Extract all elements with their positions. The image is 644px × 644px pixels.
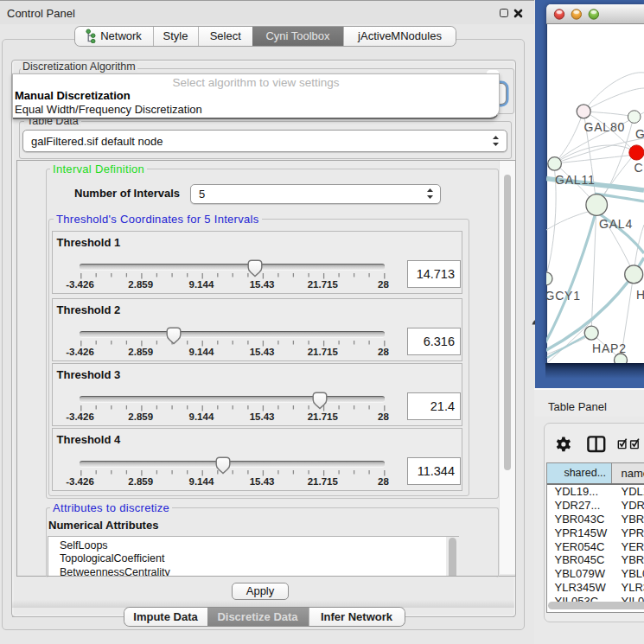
svg-text:GCY1: GCY1 — [546, 289, 581, 303]
svg-text:GA: GA — [635, 127, 644, 141]
svg-text:HAP2: HAP2 — [592, 341, 627, 355]
svg-text:GAL11: GAL11 — [555, 173, 596, 187]
svg-text:C: C — [634, 161, 644, 175]
svg-text:GAL80: GAL80 — [584, 120, 626, 134]
svg-text:GAL4: GAL4 — [599, 217, 633, 231]
svg-text:H: H — [636, 288, 644, 302]
